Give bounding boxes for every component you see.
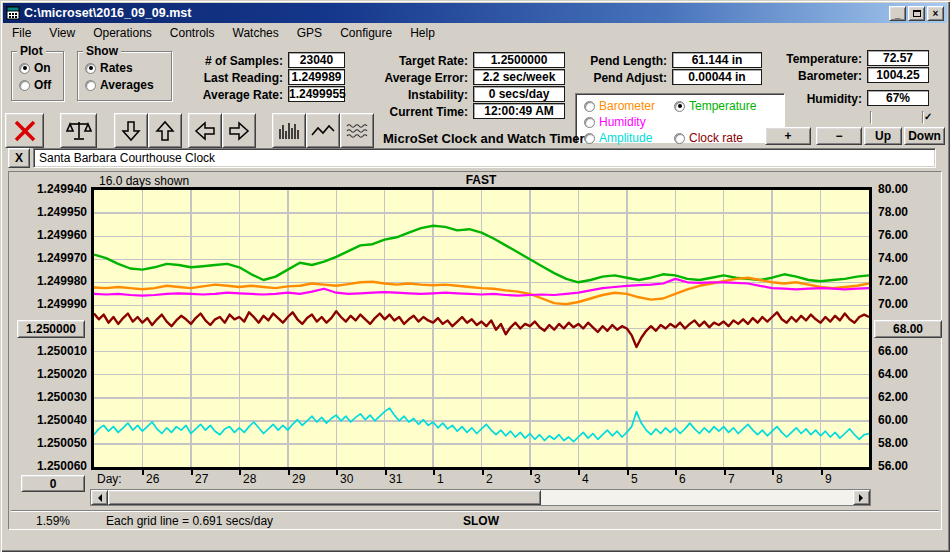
barometer-radio-label: Barometer: [599, 99, 655, 113]
histogram-button[interactable]: [272, 113, 306, 148]
scroll-left-button[interactable]: [188, 113, 222, 148]
axis-tick-label: 74.00: [878, 251, 944, 265]
down-button[interactable]: Down: [904, 127, 945, 145]
scrollbar-right-arrow[interactable]: [853, 490, 870, 505]
show-averages-radio[interactable]: Averages: [85, 78, 154, 92]
right-arrow-icon: [228, 121, 250, 141]
day-tick-label: 26: [146, 472, 159, 486]
show-rates-label: Rates: [100, 61, 133, 75]
microset-window: C:\microset\2016_09_09.mst _ × File View…: [0, 0, 950, 552]
axis-tick-label: 1.250040: [21, 413, 87, 427]
day-tick-mark: [482, 470, 484, 475]
scroll-right-button[interactable]: [222, 113, 256, 148]
day-tick-label: 29: [292, 472, 305, 486]
menu-help[interactable]: Help: [401, 24, 444, 42]
horizontal-scrollbar[interactable]: [90, 489, 871, 506]
smooth-plot-button[interactable]: [340, 113, 374, 148]
menu-configure[interactable]: Configure: [331, 24, 401, 42]
day-tick-label: 2: [486, 472, 493, 486]
barometer-radio[interactable]: Barometer: [584, 99, 655, 113]
plot-off-radio[interactable]: Off: [19, 78, 51, 92]
day-tick-mark: [675, 470, 677, 475]
title-bar[interactable]: C:\microset\2016_09_09.mst _ ×: [3, 3, 947, 23]
axis-tick-label: 78.00: [878, 205, 944, 219]
axis-tick-label: 1.250010: [21, 344, 87, 358]
target-rate-label: Target Rate:: [355, 54, 468, 68]
day-tick-mark: [288, 470, 290, 475]
shift-up-button[interactable]: [148, 113, 182, 148]
amplitude-radio[interactable]: Amplitude: [584, 131, 652, 145]
radio-icon: [674, 101, 685, 112]
radio-icon: [674, 133, 685, 144]
balance-button[interactable]: [60, 113, 97, 148]
menu-file[interactable]: File: [3, 24, 40, 42]
scrollbar-thumb[interactable]: [108, 490, 541, 505]
menu-operations[interactable]: Operations: [84, 24, 161, 42]
axis-tick-label: 1.250020: [21, 367, 87, 381]
option-checkbox-1[interactable]: [870, 111, 872, 124]
radio-icon: [584, 117, 595, 128]
day-tick-label: 7: [728, 472, 735, 486]
plus-button[interactable]: +: [765, 127, 811, 145]
humidity-radio[interactable]: Humidity: [584, 115, 646, 129]
day-tick-mark: [578, 470, 580, 475]
app-caption: MicroSet Clock and Watch Timer: [383, 131, 585, 146]
radio-icon: [584, 133, 595, 144]
radio-icon: [19, 63, 30, 74]
radio-icon: [85, 80, 96, 91]
day-tick-mark: [385, 470, 387, 475]
show-rates-radio[interactable]: Rates: [85, 61, 133, 75]
humidity-radio-label: Humidity: [599, 115, 646, 129]
last-reading-value: 1.249989: [288, 69, 345, 85]
menu-controls[interactable]: Controls: [161, 24, 224, 42]
line-plot-button[interactable]: [306, 113, 340, 148]
left-triangle-icon: [94, 494, 102, 502]
scrollbar-track[interactable]: [541, 490, 853, 505]
chart-series-svg: [94, 190, 869, 467]
plot-groupbox: Plot On Off: [11, 51, 64, 101]
axis-center-button[interactable]: 68.00: [874, 320, 942, 338]
clear-name-button[interactable]: X: [8, 148, 30, 168]
days-shown-label: 16.0 days shown: [99, 174, 189, 188]
maximize-button[interactable]: [908, 6, 925, 21]
up-button[interactable]: Up: [864, 127, 902, 145]
day-tick-label: 8: [776, 472, 783, 486]
menu-view[interactable]: View: [40, 24, 84, 42]
axis-center-button[interactable]: 1.250000: [17, 320, 85, 338]
close-button[interactable]: ×: [927, 6, 944, 21]
series-select-box: Barometer Humidity Amplitude Temperature…: [575, 93, 785, 143]
histogram-icon: [278, 120, 300, 142]
pend-length-value: 61.144 in: [672, 52, 762, 68]
plot-on-label: On: [34, 61, 51, 75]
menu-watches[interactable]: Watches: [224, 24, 288, 42]
red-x-icon: [13, 119, 37, 143]
axis-tick-label: 1.250060: [21, 459, 87, 473]
axis-tick-label: 60.00: [878, 413, 944, 427]
scrollbar-left-arrow[interactable]: [91, 490, 108, 505]
minus-button[interactable]: −: [816, 127, 862, 145]
zero-button[interactable]: 0: [21, 475, 85, 492]
right-triangle-icon: [859, 494, 867, 502]
axis-tick-label: 1.249990: [21, 297, 87, 311]
show-groupbox: Show Rates Averages: [77, 51, 172, 101]
axis-tick-label: 1.249940: [21, 182, 87, 196]
samples-label: # of Samples:: [175, 54, 283, 68]
clock-rate-radio[interactable]: Clock rate: [674, 131, 743, 145]
axis-tick-label: 64.00: [878, 367, 944, 381]
axis-tick-label: 1.250030: [21, 390, 87, 404]
clock-rate-radio-label: Clock rate: [689, 131, 743, 145]
plot-on-radio[interactable]: On: [19, 61, 51, 75]
up-arrow-icon: [155, 120, 175, 142]
average-rate-label: Average Rate:: [175, 88, 283, 102]
temperature-radio[interactable]: Temperature: [674, 99, 756, 113]
option-checkbox-2[interactable]: [922, 111, 924, 124]
shift-down-button[interactable]: [114, 113, 148, 148]
axis-tick-label: 1.249980: [21, 274, 87, 288]
delete-button[interactable]: [5, 113, 44, 148]
clock-name-field[interactable]: Santa Barbara Courthouse Clock: [33, 148, 936, 168]
menu-bar: File View Operations Controls Watches GP…: [3, 23, 947, 43]
minimize-button[interactable]: _: [889, 6, 906, 21]
menu-gps[interactable]: GPS: [288, 24, 331, 42]
plot-area[interactable]: [91, 187, 872, 470]
day-tick-mark: [191, 470, 193, 475]
